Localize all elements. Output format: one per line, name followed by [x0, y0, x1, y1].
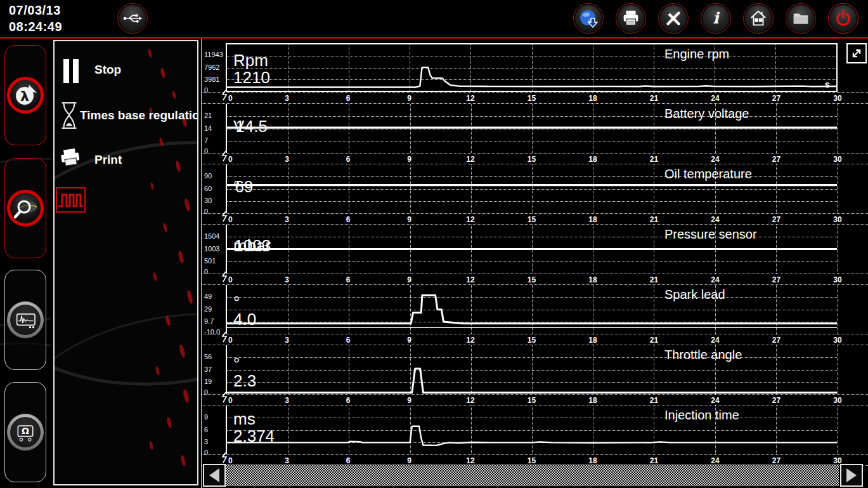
decorative-dot [147, 49, 152, 58]
channel-battery-voltage[interactable]: 211470V14.5Battery voltage03691215182124… [202, 103, 868, 164]
channel-readout: °4.0 [233, 294, 256, 328]
svg-text:i: i [713, 9, 720, 27]
plot-engine-rpm[interactable]: Rpm1210Engine rpms [226, 43, 838, 92]
x-tick: 27 [772, 155, 781, 164]
channel-engine-rpm[interactable]: 11943796239810Rpm1210Engine rpms03691215… [202, 43, 868, 103]
svg-text:λ: λ [20, 88, 29, 104]
x-tick: 0 [228, 456, 233, 465]
info-icon[interactable]: i [701, 3, 731, 34]
x-tick: 0 [228, 396, 233, 405]
x-axis-row: 036912151821242730 [202, 92, 868, 103]
x-tick: 30 [833, 336, 841, 345]
y-tick: 56 [204, 353, 212, 360]
scrollbar-track[interactable] [226, 465, 839, 486]
folder-icon[interactable] [786, 3, 816, 34]
trigger-mark-icon [221, 331, 228, 344]
x-tick: 3 [285, 275, 289, 284]
x-tick: 0 [228, 336, 233, 345]
value-label: 14.5 [235, 118, 268, 135]
channel-spark-lead[interactable]: 49299.7-10.0°4.0Spark lead03691215182124… [202, 284, 868, 345]
x-tick: 18 [588, 456, 597, 465]
x-tick: 15 [528, 94, 536, 103]
scroll-left-arrow[interactable] [203, 464, 226, 487]
tools-icon[interactable] [658, 3, 689, 34]
value-label: 1210 [233, 69, 270, 86]
y-tick: 90 [204, 172, 212, 180]
datetime-display: 07/03/13 08:24:49 [9, 2, 62, 35]
x-tick: 18 [588, 396, 597, 405]
left-triangle-icon [209, 468, 219, 482]
channel-name: Throttle angle [664, 348, 742, 362]
scroll-right-arrow[interactable] [840, 464, 863, 487]
channel-name: Spark lead [664, 287, 725, 302]
channel-oil-temperature[interactable]: 9060300°69Oil temperature036912151821242… [202, 164, 868, 224]
usb-icon[interactable] [117, 3, 148, 34]
x-tick: 9 [407, 94, 411, 103]
x-tick: 18 [588, 215, 597, 224]
waveform-trace [227, 406, 837, 454]
x-tick: 15 [528, 456, 536, 465]
plot-oil-temperature[interactable]: °69Oil temperature [226, 164, 838, 213]
plot-injection-time[interactable]: ms2.374Injection time [226, 406, 838, 454]
sidebar-item-timing[interactable]: λ [4, 45, 46, 145]
y-tick: 501 [204, 257, 216, 265]
x-tick: 27 [772, 94, 781, 103]
x-tick: 0 [228, 215, 233, 224]
x-tick: 0 [228, 94, 233, 103]
x-tick: 15 [528, 396, 536, 405]
home-icon[interactable] [743, 3, 774, 34]
trigger-mark-icon [221, 211, 228, 223]
sidebar-item-diagnosis[interactable] [4, 158, 46, 258]
menu-panel: Stop Times base regulation Print [53, 40, 198, 485]
oscilloscope-icon [7, 301, 44, 338]
x-axis-unit: s [825, 79, 830, 89]
x-tick: 6 [346, 275, 351, 284]
x-tick: 6 [346, 396, 351, 405]
x-tick: 30 [833, 94, 841, 103]
printer-icon[interactable] [616, 3, 646, 34]
expand-icon[interactable] [846, 43, 867, 63]
menu-item-print[interactable]: Print [94, 153, 122, 167]
x-tick: 0 [228, 155, 233, 164]
x-tick: 24 [711, 336, 719, 345]
x-tick: 21 [650, 215, 658, 224]
svg-text:Ω: Ω [22, 426, 29, 436]
x-tick: 24 [711, 94, 719, 103]
x-tick: 12 [466, 215, 474, 224]
top-bar: 07/03/13 08:24:49 [0, 0, 868, 37]
channel-readout: °69 [233, 178, 253, 195]
waveform-trace [227, 285, 837, 334]
y-tick: 1504 [204, 232, 219, 240]
x-tick: 6 [346, 215, 351, 224]
ohmmeter-icon: Ω [7, 414, 44, 451]
plot-spark-lead[interactable]: °4.0Spark lead [226, 285, 838, 334]
square-wave-icon[interactable] [56, 187, 86, 213]
sidebar-item-oscilloscope[interactable] [4, 270, 46, 370]
plot-pressure-sensor[interactable]: mbar1003Pressure sensor [226, 225, 838, 274]
channel-readout: mbar1003 [233, 237, 271, 254]
y-tick: 3 [204, 438, 208, 445]
channel-pressure-sensor[interactable]: 150410035010mbar1003Pressure sensor03691… [202, 224, 868, 284]
x-tick: 12 [466, 456, 474, 465]
channel-readout: Rpm1210 [233, 52, 270, 86]
x-tick: 9 [407, 215, 411, 224]
globe-download-icon[interactable] [573, 3, 604, 34]
menu-item-times-base[interactable]: Times base regulation [80, 109, 198, 122]
x-tick: 6 [346, 155, 351, 164]
hourglass-icon [60, 101, 79, 133]
channel-injection-time[interactable]: 9630ms2.374Injection time036912151821242… [202, 405, 868, 465]
x-tick: 30 [833, 396, 841, 405]
y-tick: 1003 [204, 245, 219, 253]
power-icon[interactable] [828, 3, 858, 34]
channel-throttle-angle[interactable]: 5637190°2.3Throttle angle036912151821242… [202, 345, 868, 405]
trigger-mark-icon [221, 89, 228, 102]
x-tick: 15 [528, 275, 536, 284]
y-tick: 7962 [204, 63, 219, 71]
menu-item-stop[interactable]: Stop [94, 63, 121, 77]
x-tick: 9 [407, 396, 411, 405]
plot-throttle-angle[interactable]: °2.3Throttle angle [226, 345, 838, 394]
x-tick: 18 [588, 275, 597, 284]
sidebar-item-ohmmeter[interactable]: Ω [4, 382, 46, 482]
plot-battery-voltage[interactable]: V14.5Battery voltage [226, 104, 838, 153]
x-tick: 12 [466, 155, 474, 164]
